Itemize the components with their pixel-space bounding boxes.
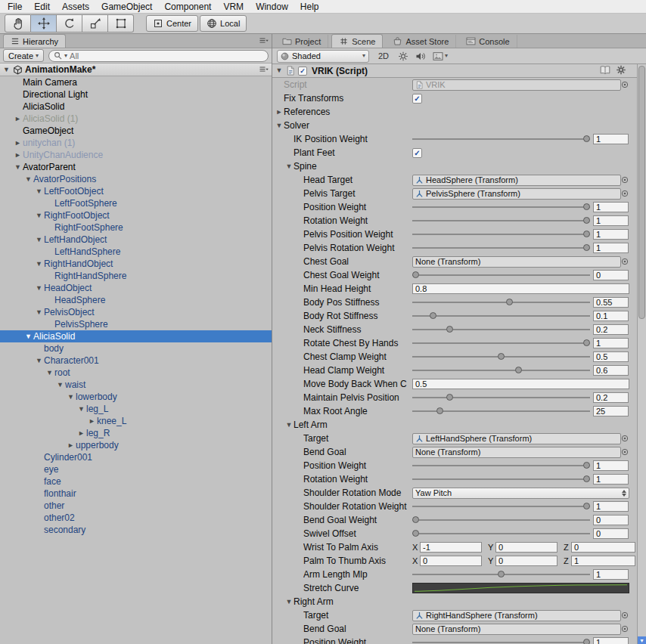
foldout-arrow[interactable]: ▼ — [284, 163, 293, 170]
rotate-tool-button[interactable] — [57, 14, 82, 33]
foldout-arrow[interactable]: ► — [87, 418, 97, 425]
hierarchy-item[interactable]: ▼root — [0, 367, 272, 379]
value-field[interactable]: 1 — [593, 474, 629, 485]
value-field[interactable]: 1 — [593, 501, 629, 512]
menu-help[interactable]: Help — [294, 1, 325, 13]
object-field[interactable]: None (Transform) — [412, 256, 621, 268]
foldout-arrow[interactable]: ▼ — [284, 599, 293, 605]
object-picker-icon[interactable] — [621, 190, 629, 197]
slider[interactable] — [412, 214, 590, 228]
slider-knob[interactable] — [446, 394, 453, 401]
foldout-arrow[interactable]: ▼ — [34, 212, 44, 219]
hierarchy-item[interactable]: Directional Light — [0, 88, 272, 101]
slider[interactable] — [412, 527, 590, 540]
value-field[interactable]: 0.2 — [593, 392, 629, 403]
hierarchy-item[interactable]: LeftHandSphere — [0, 246, 272, 258]
y-value-field[interactable]: 0 — [495, 556, 557, 566]
draw-mode-dropdown[interactable]: Shaded ▾ — [277, 50, 369, 63]
tab-hierarchy[interactable]: Hierarchy — [3, 34, 66, 48]
hierarchy-item[interactable]: body — [0, 342, 272, 355]
z-value-field[interactable]: 1 — [571, 556, 635, 566]
slider[interactable] — [412, 296, 590, 309]
object-picker-icon[interactable] — [621, 611, 629, 619]
hierarchy-item[interactable]: ►UnityChanAudience — [0, 149, 272, 161]
slider[interactable] — [412, 323, 590, 336]
object-picker-icon[interactable] — [621, 448, 629, 456]
hierarchy-item[interactable]: ▼Character001 — [0, 355, 272, 367]
value-field[interactable]: 0.1 — [593, 311, 629, 321]
foldout-arrow[interactable]: ▼ — [66, 394, 76, 401]
pane-menu-icon[interactable] — [259, 65, 269, 74]
value-field[interactable]: 1 — [593, 202, 629, 212]
slider[interactable] — [412, 241, 590, 255]
foldout-arrow[interactable]: ▼ — [275, 122, 284, 129]
component-header[interactable]: ▼ ✓ VRIK (Script) — [272, 64, 637, 78]
hierarchy-item[interactable]: eye — [0, 463, 272, 475]
object-field[interactable]: None (Transform) — [412, 447, 621, 458]
foldout-arrow[interactable]: ► — [76, 430, 86, 437]
foldout-arrow[interactable]: ▼ — [34, 237, 44, 243]
slider-knob[interactable] — [583, 217, 590, 224]
hierarchy-item[interactable]: Cylinder001 — [0, 451, 272, 463]
foldout-arrow[interactable]: ▼ — [275, 67, 283, 74]
space-mode-button[interactable]: Local — [200, 15, 247, 32]
slider[interactable] — [412, 391, 590, 404]
slider[interactable] — [412, 459, 590, 472]
foldout-arrow[interactable]: ► — [66, 442, 76, 449]
toggle-2d-button[interactable]: 2D — [376, 51, 391, 60]
slider-knob[interactable] — [436, 407, 443, 414]
slider[interactable] — [412, 309, 590, 323]
dropdown[interactable]: Yaw Pitch — [412, 488, 629, 499]
gear-icon[interactable] — [616, 65, 626, 75]
search-filter-chevron-icon[interactable]: ▾ — [64, 53, 67, 59]
chevron-down-icon[interactable]: ▾ — [445, 53, 448, 59]
hierarchy-item[interactable]: HeadSphere — [0, 294, 272, 306]
hierarchy-item[interactable]: PelvisSphere — [0, 318, 272, 330]
value-field[interactable]: 1 — [593, 637, 629, 644]
tab-console[interactable]: Console — [459, 35, 517, 48]
hierarchy-item[interactable]: ▼LeftHandObject — [0, 234, 272, 246]
hierarchy-item[interactable]: ►upperbody — [0, 439, 272, 451]
component-enabled-checkbox[interactable]: ✓ — [298, 67, 307, 76]
value-field[interactable]: 1 — [593, 460, 629, 471]
menu-vrm[interactable]: VRM — [217, 1, 250, 13]
z-value-field[interactable]: 0 — [571, 542, 635, 553]
tab-project[interactable]: Project — [275, 35, 328, 48]
hierarchy-item[interactable]: secondary — [0, 524, 272, 536]
pivot-mode-button[interactable]: Center — [146, 15, 198, 32]
value-field[interactable]: 0 — [593, 270, 629, 280]
slider-knob[interactable] — [412, 530, 419, 537]
slider-knob[interactable] — [446, 326, 453, 333]
foldout-arrow[interactable]: ► — [13, 116, 23, 122]
foldout-arrow[interactable]: ▼ — [23, 333, 33, 340]
pane-menu-icon[interactable] — [259, 36, 269, 45]
scene-header[interactable]: ▼ AnimationMake* — [0, 63, 272, 76]
hierarchy-item[interactable]: face — [0, 475, 272, 488]
slider[interactable] — [412, 364, 590, 377]
object-picker-icon[interactable] — [621, 81, 629, 88]
slider-knob[interactable] — [498, 353, 505, 360]
x-value-field[interactable]: 0 — [420, 556, 482, 566]
hierarchy-item[interactable]: ▼RightHandObject — [0, 258, 272, 270]
create-button[interactable]: Create ▾ — [3, 49, 44, 62]
hierarchy-item[interactable]: ▼LeftFootObject — [0, 185, 272, 197]
hierarchy-item[interactable]: ▼AvatorPositions — [0, 173, 272, 185]
hierarchy-item[interactable]: ►leg_R — [0, 427, 272, 439]
move-tool-button[interactable] — [31, 14, 57, 33]
hierarchy-item[interactable]: ►unitychan (1) — [0, 137, 272, 149]
scrollbar-thumb[interactable] — [638, 66, 645, 319]
foldout-arrow[interactable]: ▼ — [284, 422, 293, 429]
object-picker-icon[interactable] — [621, 258, 629, 265]
foldout-arrow[interactable]: ▼ — [34, 188, 44, 195]
object-field[interactable]: LeftHandSphere (Transform) — [412, 433, 621, 444]
slider-knob[interactable] — [412, 516, 419, 523]
foldout-arrow[interactable]: ▼ — [23, 176, 33, 183]
slider-knob[interactable] — [583, 475, 590, 482]
value-field[interactable]: 0.55 — [593, 297, 629, 308]
hierarchy-item[interactable]: RightHandSphere — [0, 270, 272, 282]
hierarchy-item[interactable]: ►knee_L — [0, 415, 272, 427]
value-field[interactable]: 1 — [593, 229, 629, 240]
hierarchy-item[interactable]: ▼leg_L — [0, 403, 272, 415]
value-field[interactable]: 1 — [593, 338, 629, 348]
slider[interactable] — [412, 350, 590, 364]
